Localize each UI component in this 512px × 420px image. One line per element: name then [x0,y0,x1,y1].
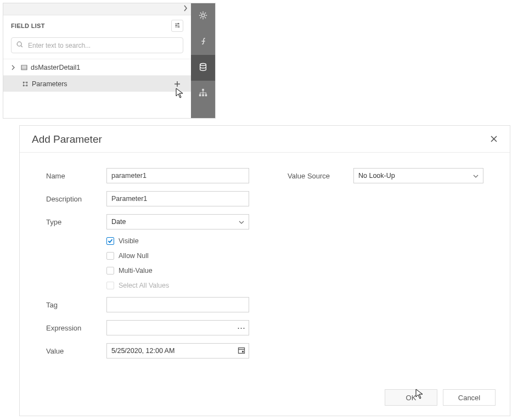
checkbox-allownull[interactable] [106,252,114,260]
search-wrap [3,34,191,59]
label-value-source: Value Source [288,172,353,180]
field-list-header: FIELD LIST [3,15,191,34]
dialog-right-column: Value Source No Look-Up [288,168,483,377]
tree-label-datasource: dsMasterDetail1 [31,64,185,71]
label-tag: Tag [46,301,106,309]
search-box[interactable] [11,37,183,53]
svg-point-3 [17,42,21,46]
checkbox-multivalue-row[interactable]: Multi-Value [106,267,249,275]
plus-icon [174,81,181,87]
chevron-down-icon [239,218,244,226]
field-config-button[interactable] [171,20,183,32]
calendar-icon[interactable] [238,346,245,356]
checkbox-visible[interactable] [106,237,114,245]
label-expression: Expression [46,324,106,332]
value-source-value: No Look-Up [358,172,395,180]
close-button[interactable] [490,135,498,144]
checkbox-selectall [106,282,114,289]
checkbox-allownull-label: Allow Null [119,252,149,260]
svg-point-0 [178,23,179,24]
collapse-bar[interactable] [3,3,191,15]
svg-rect-13 [202,94,204,97]
svg-point-9 [201,14,204,16]
tab-report-explorer[interactable] [191,81,215,107]
chevron-right-icon [183,5,188,13]
description-input[interactable] [106,191,249,206]
name-input[interactable] [106,168,249,183]
add-parameter-button[interactable] [171,78,183,90]
dialog-left-column: Name Description Type Date [46,168,249,377]
field-list-panel: FIELD LIST dsMasterDetail1 [3,3,216,119]
dialog-footer: OK Cancel [20,383,510,416]
svg-rect-14 [205,94,207,97]
label-value: Value [46,347,106,355]
ok-button[interactable]: OK [385,389,437,406]
value-source-select[interactable]: No Look-Up [353,168,483,183]
expression-input[interactable] [111,324,233,332]
close-icon [490,136,498,144]
value-date-input[interactable]: 5/25/2020, 12:00 AM [106,343,249,359]
checkbox-visible-label: Visible [119,237,139,245]
dialog-header: Add Parameter [20,126,510,153]
tag-input[interactable] [106,297,249,312]
cancel-button[interactable]: Cancel [443,389,496,406]
dialog-title: Add Parameter [32,133,102,145]
svg-point-2 [178,26,179,27]
ellipsis-icon: ⋯ [237,323,245,333]
label-name: Name [46,172,106,180]
label-type: Type [46,218,106,226]
checkbox-multivalue-label: Multi-Value [119,267,153,275]
tree-row-datasource[interactable]: dsMasterDetail1 [3,59,191,75]
gear-icon [198,10,208,22]
search-input[interactable] [28,42,178,49]
checkbox-visible-row[interactable]: Visible [106,237,249,245]
field-list-main: FIELD LIST dsMasterDetail1 [3,3,191,118]
tab-properties[interactable] [191,3,215,29]
checkbox-selectall-label: Select All Values [119,282,169,289]
type-select[interactable]: Date [106,214,249,229]
field-list-title: FIELD LIST [11,23,45,29]
sliders-icon [174,22,181,30]
svg-rect-11 [202,89,204,91]
chevron-down-icon [473,172,479,180]
value-text: 5/25/2020, 12:00 AM [111,347,175,355]
expand-arrow-icon[interactable] [11,65,18,70]
checkbox-multivalue[interactable] [106,267,114,275]
add-parameter-dialog: Add Parameter Name Description Type Date [19,125,510,416]
expression-field[interactable]: ⋯ [106,320,249,335]
tree-structure-icon [198,88,208,99]
search-icon [16,41,24,50]
data-barrel-icon [198,62,208,74]
tab-expressions[interactable] [191,29,215,55]
tree-row-parameters[interactable]: Parameters [3,75,191,92]
dialog-body: Name Description Type Date [20,153,510,383]
database-icon [21,64,27,71]
tree-label-parameters: Parameters [32,80,171,88]
checkbox-selectall-row: Select All Values [106,282,249,289]
checkbox-allownull-row[interactable]: Allow Null [106,252,249,260]
svg-point-10 [200,64,206,66]
label-description: Description [46,195,106,203]
expression-editor-button[interactable]: ⋯ [233,321,249,335]
parameters-icon [22,81,29,87]
type-value: Date [111,218,126,226]
svg-rect-4 [21,65,27,70]
function-icon [198,36,208,48]
tab-fieldlist[interactable] [191,55,215,81]
svg-rect-16 [242,351,244,352]
svg-rect-12 [199,94,201,97]
svg-point-1 [176,24,177,25]
side-tabs [191,3,215,118]
